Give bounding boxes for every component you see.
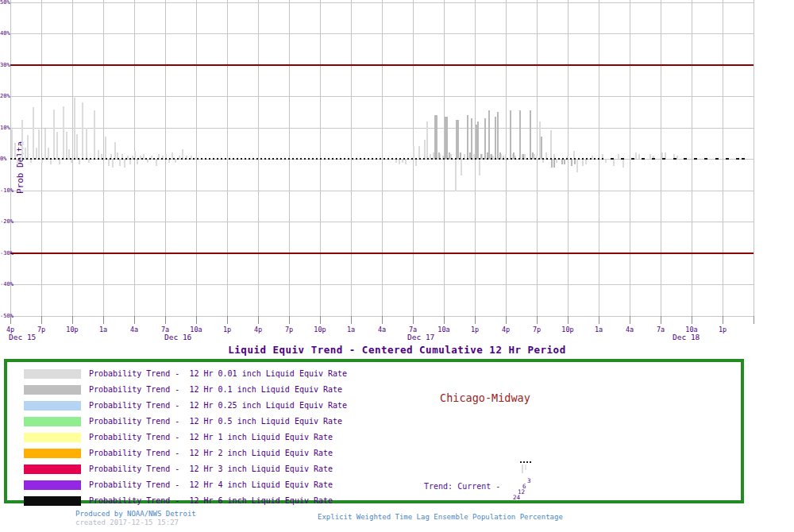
bar <box>574 160 576 164</box>
bar <box>497 112 499 159</box>
bar <box>638 154 640 159</box>
bar <box>541 137 542 159</box>
bar <box>585 160 587 164</box>
x-tick-label: 10a <box>437 326 449 333</box>
y-tick-label: 0% <box>0 156 6 162</box>
x-axis-tick <box>72 316 73 324</box>
legend-swatch <box>24 449 81 458</box>
x-axis-tick <box>444 316 445 324</box>
bar <box>564 160 565 164</box>
x-tick-label: 1p <box>223 326 231 333</box>
x-axis-tick <box>103 316 104 324</box>
trend-current-label: Trend: Current - <box>424 482 500 491</box>
x-tick-label: 4p <box>502 326 510 333</box>
bar <box>108 160 110 166</box>
trend-mini-dotted-line <box>520 461 531 463</box>
trend-hour-label: 24 <box>513 495 520 501</box>
y-tick-label: 50% <box>0 0 10 6</box>
trend-hour-label: 3 <box>527 478 531 484</box>
x-tick-label: 1a <box>347 326 355 333</box>
bar <box>82 102 83 159</box>
bar <box>446 117 448 159</box>
bar <box>30 160 32 163</box>
trend-mini-bar <box>525 465 526 470</box>
legend-swatch <box>24 496 81 506</box>
x-axis-tick <box>506 316 507 324</box>
legend-row: Probability Trend - 12 Hr 1 inch Liquid … <box>24 430 333 445</box>
bar <box>27 135 29 159</box>
x-axis-tick <box>475 316 476 324</box>
bar <box>553 160 555 168</box>
bar <box>550 130 552 159</box>
legend-swatch <box>24 480 81 490</box>
x-axis-tick <box>630 316 630 324</box>
bar <box>556 160 557 163</box>
x-tick-label: 4a <box>378 326 386 333</box>
bar <box>147 160 148 163</box>
produced-by-text: Produced by NOAA/NWS Detroit <box>75 510 196 518</box>
legend-row: Probability Trend - 12 Hr 6 inch Liquid … <box>24 493 333 509</box>
noaa-trend-chart-page: Prob Delta 50%40%30%20%10%0%-10%-20%-30%… <box>0 0 794 532</box>
bar <box>86 128 87 160</box>
legend-row: Probability Trend - 12 Hr 0.5 inch Liqui… <box>24 414 342 430</box>
bar <box>44 129 46 159</box>
zero-line-dash <box>652 158 655 160</box>
y-tick-label: -30% <box>0 250 13 256</box>
y-tick-label: -40% <box>0 281 13 287</box>
bar <box>175 160 176 163</box>
legend-swatch <box>24 433 81 442</box>
x-axis-tick <box>413 316 414 324</box>
bar <box>418 146 420 159</box>
x-axis-tick <box>134 316 135 324</box>
zero-dotted-line <box>10 158 603 160</box>
zero-line-dash <box>642 158 645 160</box>
legend-label: Probability Trend - 12 Hr 0.1 inch Liqui… <box>89 385 342 395</box>
bar <box>622 160 624 168</box>
bar <box>56 132 58 159</box>
x-tick-label: 4a <box>130 326 138 333</box>
date-label: Dec 18 <box>673 333 700 341</box>
legend-row: Probability Trend - 12 Hr 4 inch Liquid … <box>24 477 333 493</box>
zero-line-dash <box>736 158 739 160</box>
zero-line-dash <box>694 158 697 160</box>
bar <box>14 143 16 159</box>
chart-title: Liquid Equiv Trend - Centered Cumulative… <box>0 344 794 356</box>
bar <box>50 160 52 164</box>
x-tick-label: 1a <box>595 326 603 333</box>
x-axis-tick <box>537 316 538 324</box>
bar <box>618 154 619 159</box>
method-text: Explicit Weighted Time Lag Ensemble Popu… <box>318 513 563 521</box>
x-tick-label: 1p <box>471 326 479 333</box>
bar <box>635 152 637 159</box>
x-axis-tick <box>41 316 42 324</box>
bar <box>119 160 121 166</box>
bar <box>402 160 403 163</box>
date-label: Dec 15 <box>9 333 36 341</box>
x-axis-tick <box>320 316 321 324</box>
legend-row: Probability Trend - 12 Hr 0.1 inch Liqui… <box>24 382 342 398</box>
legend-label: Probability Trend - 12 Hr 6 inch Liquid … <box>89 496 333 506</box>
y-tick-label: -50% <box>0 313 13 319</box>
bar <box>605 160 607 163</box>
legend-row: Probability Trend - 12 Hr 2 inch Liquid … <box>24 445 333 461</box>
zero-line-dash <box>662 158 665 160</box>
bar <box>479 160 480 175</box>
bar <box>76 134 78 159</box>
bar <box>405 160 407 164</box>
x-tick-label: 10p <box>314 326 326 333</box>
bar <box>25 148 26 159</box>
bar <box>461 160 462 175</box>
legend-label: Probability Trend - 12 Hr 2 inch Liquid … <box>89 449 333 458</box>
zero-line-dash <box>611 158 614 160</box>
x-axis-tick <box>754 316 754 324</box>
date-label: Dec 16 <box>164 333 191 341</box>
bar <box>467 115 468 159</box>
y-tick-label: -20% <box>0 218 13 225</box>
legend-box: Chicago-Midway Trend: Current - Probabil… <box>4 359 744 503</box>
bar <box>395 160 397 163</box>
legend-label: Probability Trend - 12 Hr 4 inch Liquid … <box>89 480 333 490</box>
x-axis-tick <box>258 316 259 324</box>
x-tick-label: 1p <box>719 326 727 333</box>
legend-row: Probability Trend - 12 Hr 0.01 inch Liqu… <box>24 366 347 382</box>
legend-swatch <box>24 465 81 474</box>
